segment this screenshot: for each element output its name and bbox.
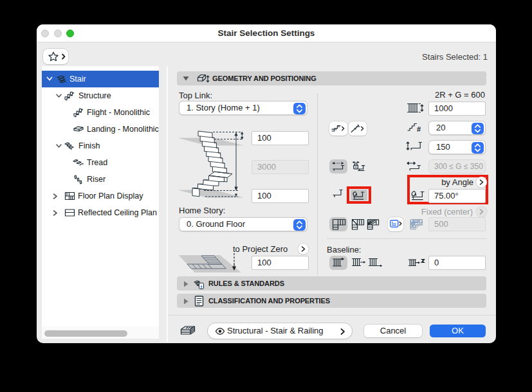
svg-text:#: # — [417, 125, 421, 133]
svg-text:§: § — [200, 284, 203, 289]
